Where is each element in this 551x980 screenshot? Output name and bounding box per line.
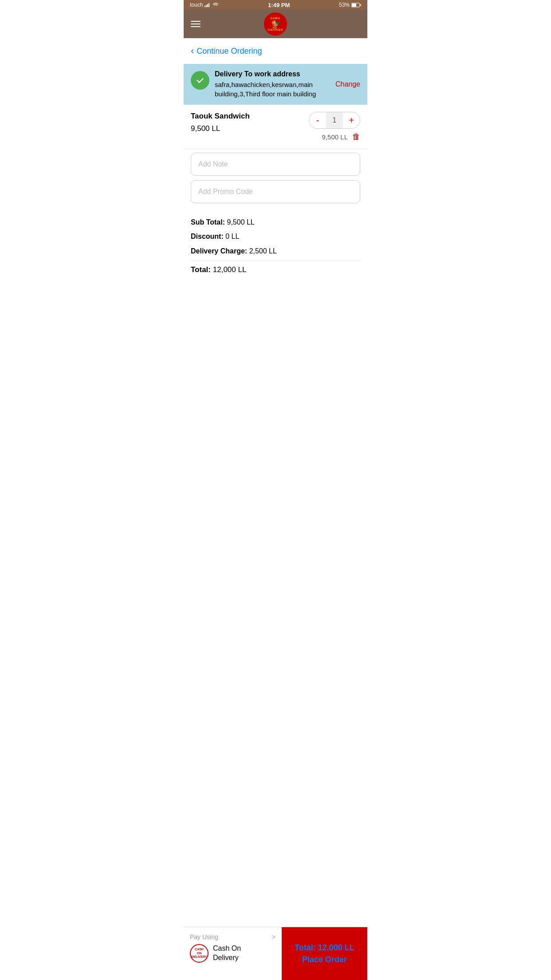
hamburger-line-2: [191, 24, 201, 24]
grand-total-row: Total: 12,000 LL: [191, 265, 360, 274]
battery-icon: [351, 3, 361, 8]
delivery-address: safra,hawachicken,kesrwan,main building,…: [215, 80, 330, 99]
add-note-input[interactable]: [191, 153, 360, 176]
delivery-banner: Delivery To work address safra,hawachick…: [184, 64, 367, 105]
delivery-charge-label: Delivery Charge:: [191, 247, 247, 255]
status-bar: touch 1:49 PM 53%: [184, 0, 367, 10]
status-right: 53%: [339, 2, 361, 8]
app-header: HAWA 🐓 CHICKEN: [184, 10, 367, 38]
svg-rect-5: [352, 4, 356, 7]
svg-rect-1: [206, 5, 207, 7]
discount-value: 0 LL: [225, 233, 239, 240]
continue-ordering-label: Continue Ordering: [197, 47, 262, 56]
discount-label: Discount:: [191, 233, 224, 240]
checkmark-icon: [195, 75, 205, 85]
delivery-charge-value: 2,500 LL: [249, 247, 277, 255]
svg-rect-3: [209, 3, 209, 7]
app-logo: HAWA 🐓 CHICKEN: [264, 12, 287, 36]
continue-ordering-button[interactable]: ‹ Continue Ordering: [184, 38, 367, 64]
item-info: Taouk Sandwich 9,500 LL: [191, 112, 309, 133]
quantity-value: 1: [326, 112, 343, 128]
order-item: Taouk Sandwich 9,500 LL - 1 + 9,500 LL 🗑: [184, 105, 367, 149]
quantity-increase-button[interactable]: +: [343, 112, 360, 129]
wifi-icon: [213, 3, 219, 7]
item-subtotal: 9,500 LL: [322, 133, 348, 141]
delivery-info: Delivery To work address safra,hawachick…: [215, 70, 330, 99]
delivery-check-circle: [191, 71, 209, 90]
trash-icon[interactable]: 🗑: [352, 132, 360, 142]
subtotal-label: Sub Total:: [191, 218, 225, 226]
battery-percent: 53%: [339, 2, 350, 8]
status-time: 1:49 PM: [268, 2, 290, 8]
back-arrow-icon: ‹: [191, 46, 194, 56]
discount-row: Discount: 0 LL: [191, 232, 360, 241]
hamburger-line-1: [191, 21, 201, 22]
subtotal-row: Sub Total: 9,500 LL: [191, 217, 360, 227]
delivery-title: Delivery To work address: [215, 70, 330, 78]
promo-code-input[interactable]: [191, 180, 360, 203]
grand-total-value: 12,000 LL: [213, 265, 247, 274]
change-address-button[interactable]: Change: [335, 80, 360, 88]
svg-rect-0: [205, 6, 205, 7]
input-section: [184, 149, 367, 211]
item-name: Taouk Sandwich: [191, 112, 309, 121]
hamburger-menu[interactable]: [191, 21, 201, 27]
item-subtotal-row: 9,500 LL 🗑: [322, 132, 360, 142]
carrier-label: touch: [190, 2, 203, 8]
svg-rect-2: [207, 4, 208, 7]
subtotal-value: 9,500 LL: [227, 218, 254, 226]
item-controls: - 1 + 9,500 LL 🗑: [309, 112, 360, 142]
quantity-decrease-button[interactable]: -: [309, 112, 326, 129]
grand-total-label: Total:: [191, 265, 211, 274]
hamburger-line-3: [191, 26, 201, 27]
totals-section: Sub Total: 9,500 LL Discount: 0 LL Deliv…: [184, 211, 367, 282]
status-left: touch: [190, 2, 219, 8]
svg-rect-6: [360, 4, 361, 6]
total-divider: [191, 261, 360, 261]
signal-icon: [205, 3, 211, 7]
quantity-control: - 1 +: [309, 112, 360, 129]
item-price: 9,500 LL: [191, 124, 309, 133]
delivery-charge-row: Delivery Charge: 2,500 LL: [191, 246, 360, 256]
